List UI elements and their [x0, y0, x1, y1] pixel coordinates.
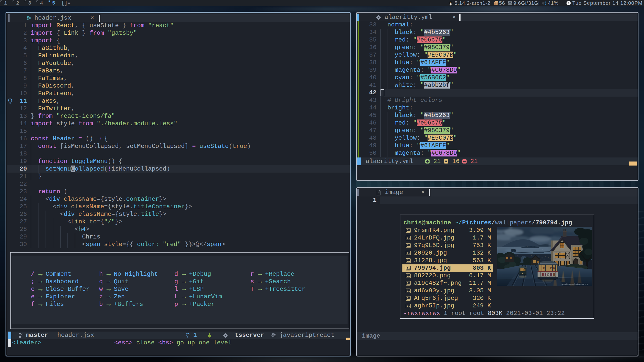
svg-text:www.DesktopBackground.org: www.DesktopBackground.org	[561, 283, 588, 285]
